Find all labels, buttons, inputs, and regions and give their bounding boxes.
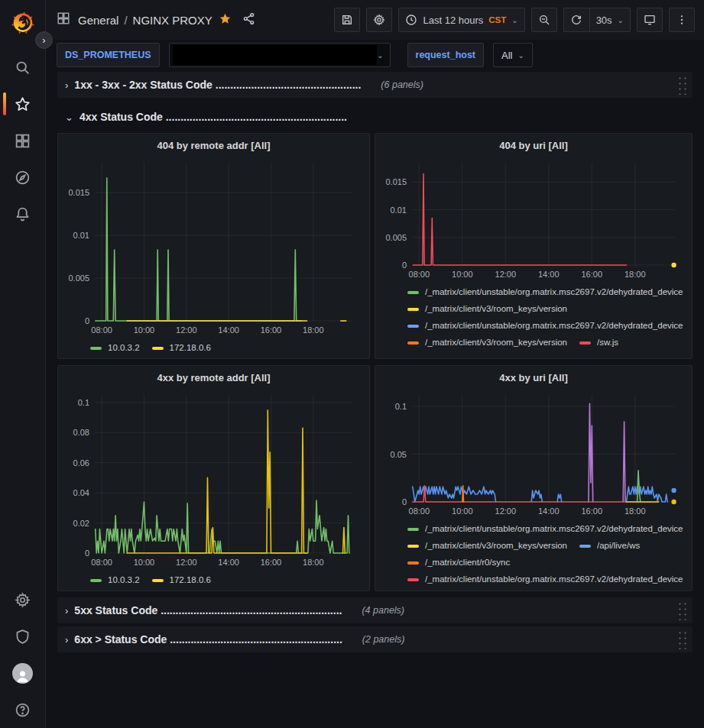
sidebar-help-icon[interactable]	[0, 691, 46, 728]
panel-title[interactable]: 4xx by uri [All]	[381, 370, 686, 389]
legend-item[interactable]: 10.0.3.2	[90, 342, 140, 354]
legend-label: /_matrix/client/v3/room_keys/version	[425, 303, 567, 315]
row-title[interactable]: 1xx - 3xx - 2xx Status Code ............…	[74, 79, 361, 91]
legend-swatch	[579, 545, 591, 548]
svg-text:10:00: 10:00	[452, 506, 473, 516]
row-title[interactable]: 5xx Status Code ........................…	[74, 604, 342, 616]
legend-item[interactable]: /_matrix/client/v3/room_keys/version	[407, 337, 567, 348]
row-drag-handle[interactable]	[676, 629, 686, 649]
legend-label: 10.0.3.2	[108, 342, 140, 354]
legend-swatch	[90, 579, 102, 582]
svg-text:0.005: 0.005	[68, 273, 89, 283]
dashboard-settings-button[interactable]	[366, 8, 392, 32]
legend-swatch	[90, 347, 102, 350]
chevron-right-icon: ›	[65, 605, 68, 616]
refresh-button[interactable]	[563, 8, 589, 32]
zoom-out-time-button[interactable]	[531, 8, 557, 32]
chevron-right-icon: ›	[65, 79, 68, 91]
legend-swatch	[152, 347, 164, 350]
row-6xx[interactable]: › 6xx > Status Code ....................…	[57, 626, 693, 652]
row-drag-handle[interactable]	[676, 600, 686, 620]
legend-swatch	[152, 579, 164, 582]
svg-text:12:00: 12:00	[176, 558, 197, 567]
svg-text:18:00: 18:00	[625, 506, 646, 516]
sidebar-explore-icon[interactable]	[0, 159, 46, 196]
svg-text:16:00: 16:00	[261, 325, 282, 335]
legend-item[interactable]: /_matrix/client/v3/room_keys/version	[407, 540, 567, 552]
legend-item[interactable]: 10.0.3.2	[90, 574, 140, 586]
svg-text:10:00: 10:00	[134, 558, 155, 567]
sidebar-starred-icon[interactable]	[0, 86, 46, 122]
legend-swatch	[407, 578, 419, 581]
panel-title[interactable]: 4xx by remote addr [All]	[64, 370, 363, 389]
legend-swatch	[407, 561, 419, 565]
sidebar-configuration-gear-icon[interactable]	[0, 581, 46, 618]
legend-item[interactable]: 172.18.0.6	[152, 342, 211, 354]
legend-label: /_matrix/client/unstable/org.matrix.msc2…	[425, 574, 683, 585]
svg-text:0.01: 0.01	[391, 205, 407, 215]
timeseries-chart[interactable]: 08:0010:0012:0014:0016:0018:0000.020.040…	[64, 389, 363, 571]
breadcrumb-separator: /	[124, 14, 127, 27]
svg-text:0: 0	[85, 548, 89, 558]
row-4xx[interactable]: ⌄ 4xx Status Code ......................…	[57, 105, 693, 128]
svg-text:0.1: 0.1	[78, 398, 89, 407]
svg-text:0.015: 0.015	[385, 177, 407, 186]
more-options-kebab-button[interactable]	[669, 8, 695, 32]
panel-legend: /_matrix/client/unstable/org.matrix.msc2…	[381, 283, 686, 355]
favorite-star-icon[interactable]	[219, 12, 232, 28]
main-area: General / NGINX PROXY Last 12 hours	[46, 0, 704, 728]
panel-title[interactable]: 404 by uri [All]	[381, 138, 686, 157]
row-1xx-3xx-2xx[interactable]: › 1xx - 3xx - 2xx Status Code ..........…	[57, 72, 693, 98]
sidebar: ›	[0, 0, 46, 728]
legend-item[interactable]: /_matrix/client/unstable/org.matrix.msc2…	[407, 320, 683, 332]
request-host-value: All	[501, 50, 512, 61]
time-range-picker[interactable]: Last 12 hours CST ⌄	[398, 8, 524, 32]
refresh-interval-label: 30s	[596, 15, 612, 26]
sidebar-search-icon[interactable]	[0, 49, 46, 86]
legend-item[interactable]: /_matrix/client/unstable/org.matrix.msc2…	[407, 523, 683, 535]
panel-legend: 10.0.3.2172.18.0.6	[64, 339, 363, 355]
chevron-down-icon: ⌄	[618, 16, 624, 24]
legend-label: 10.0.3.2	[108, 574, 140, 586]
save-dashboard-button[interactable]	[334, 8, 360, 32]
row-title[interactable]: 4xx Status Code ........................…	[79, 111, 347, 123]
grafana-logo-icon[interactable]	[10, 9, 36, 35]
row-title[interactable]: 6xx > Status Code ......................…	[74, 633, 342, 645]
timeseries-chart[interactable]: 08:0010:0012:0014:0016:0018:0000.0050.01…	[64, 157, 363, 339]
tv-mode-button[interactable]	[637, 8, 663, 32]
legend-swatch	[407, 291, 419, 294]
row-drag-handle[interactable]	[676, 75, 686, 95]
share-icon[interactable]	[242, 12, 255, 28]
breadcrumb-dashboard-title[interactable]: NGINX PROXY	[133, 14, 212, 27]
legend-item[interactable]: /_matrix/client/unstable/org.matrix.msc2…	[407, 574, 683, 585]
variable-ds-prometheus-select[interactable]: ⌄	[169, 43, 391, 67]
timeseries-chart[interactable]: 08:0010:0012:0014:0016:0018:0000.050.1	[381, 389, 686, 520]
svg-text:12:00: 12:00	[495, 506, 517, 516]
row-panel-count: (2 panels)	[362, 634, 405, 645]
legend-item[interactable]: /api/live/ws	[579, 540, 640, 552]
legend-item[interactable]: /_matrix/client/r0/sync	[407, 557, 510, 568]
kebab-menu-icon	[676, 14, 688, 26]
panel-title[interactable]: 404 by remote addr [All]	[64, 138, 363, 157]
timeseries-chart[interactable]: 08:0010:0012:0014:0016:0018:0000.0050.01…	[381, 157, 686, 283]
sidebar-user-avatar[interactable]	[0, 655, 46, 691]
legend-item[interactable]: 172.18.0.6	[152, 574, 211, 586]
refresh-interval-dropdown[interactable]: 30s ⌄	[589, 8, 631, 32]
sidebar-server-admin-shield-icon[interactable]	[0, 618, 46, 655]
svg-text:10:00: 10:00	[452, 270, 473, 279]
breadcrumb-folder[interactable]: General	[78, 14, 118, 27]
dashboard-header: General / NGINX PROXY Last 12 hours	[46, 0, 704, 40]
svg-text:0.01: 0.01	[73, 231, 89, 240]
zoom-out-icon	[538, 14, 550, 26]
sidebar-dashboards-icon[interactable]	[0, 122, 46, 159]
panel-4xx-by-remote-addr: 4xx by remote addr [All] 08:0010:0012:00…	[57, 365, 370, 591]
chevron-down-icon: ⌄	[65, 112, 73, 123]
sidebar-expand-chevron-icon[interactable]: ›	[35, 31, 53, 49]
variable-request-host-select[interactable]: All ⌄	[493, 43, 533, 67]
legend-item[interactable]: /_matrix/client/v3/room_keys/version	[407, 303, 567, 315]
sidebar-alerting-icon[interactable]	[0, 196, 46, 232]
row-5xx[interactable]: › 5xx Status Code ......................…	[57, 597, 693, 623]
legend-item[interactable]: /_matrix/client/unstable/org.matrix.msc2…	[407, 286, 683, 298]
refresh-icon	[570, 14, 582, 26]
legend-item[interactable]: /sw.js	[579, 337, 618, 348]
